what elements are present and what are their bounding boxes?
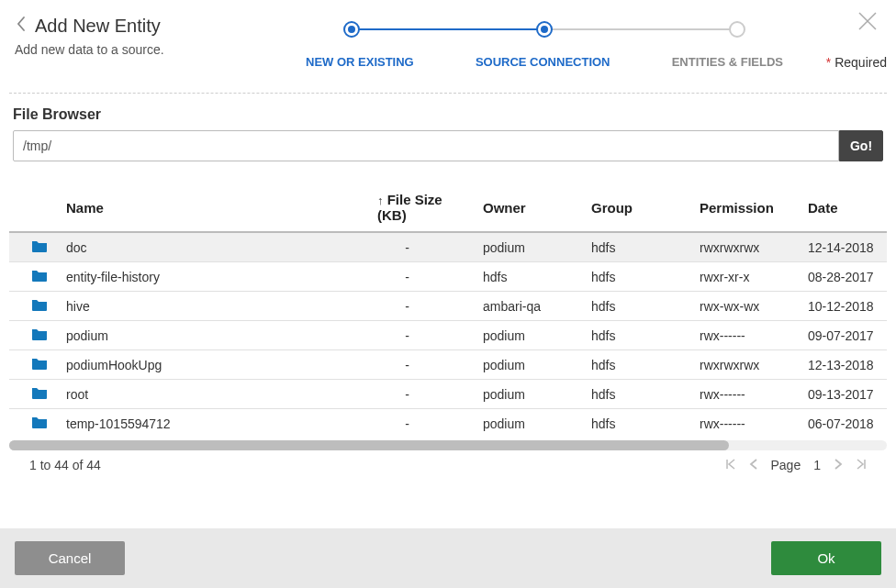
step-label-2[interactable]: SOURCE CONNECTION: [476, 55, 610, 69]
cell-size: -: [368, 292, 474, 321]
pager-page-num: 1: [813, 458, 821, 472]
pager-last-icon[interactable]: [856, 458, 867, 472]
file-table: Name ↑ File Size (KB) Owner Group Permis…: [9, 183, 887, 438]
step-label-1[interactable]: NEW OR EXISTING: [306, 55, 414, 69]
section-title-file-browser: File Browser: [13, 106, 883, 123]
cell-permission: rwx------: [690, 409, 799, 438]
horizontal-scrollbar[interactable]: [9, 440, 887, 450]
cell-permission: rwx------: [690, 380, 799, 409]
cell-owner: podium: [474, 380, 582, 409]
cell-name: temp-1015594712: [57, 409, 368, 438]
col-header-name[interactable]: Name: [57, 183, 368, 232]
path-input[interactable]: [13, 130, 839, 161]
step-label-3: ENTITIES & FIELDS: [672, 55, 783, 69]
cell-size: -: [368, 262, 474, 292]
cell-owner: podium: [474, 232, 582, 262]
cell-date: 08-28-2017: [799, 262, 887, 292]
go-button[interactable]: Go!: [839, 130, 883, 161]
cell-owner: hdfs: [474, 262, 582, 292]
sort-asc-icon: ↑: [377, 194, 384, 207]
cell-name: root: [57, 380, 368, 409]
cell-size: -: [368, 380, 474, 409]
table-row[interactable]: hive-ambari-qahdfsrwx-wx-wx10-12-2018: [9, 292, 887, 321]
folder-icon: [31, 299, 48, 314]
cell-owner: podium: [474, 409, 582, 438]
cell-permission: rwxrwxrwx: [690, 350, 799, 380]
table-row[interactable]: temp-1015594712-podiumhdfsrwx------06-07…: [9, 409, 887, 438]
cell-size: -: [368, 321, 474, 350]
cell-permission: rwx------: [690, 321, 799, 350]
wizard-stepper: NEW OR EXISTING SOURCE CONNECTION ENTITI…: [207, 15, 881, 69]
cell-name: doc: [57, 232, 368, 262]
table-row[interactable]: root-podiumhdfsrwx------09-13-2017: [9, 380, 887, 409]
cell-name: podium: [57, 321, 368, 350]
cell-date: 12-14-2018: [799, 232, 887, 262]
folder-icon: [31, 328, 48, 343]
cell-name: podiumHookUpg: [57, 350, 368, 380]
pager-prev-icon[interactable]: [749, 458, 758, 472]
cell-date: 10-12-2018: [799, 292, 887, 321]
folder-icon: [31, 387, 48, 402]
step-dot-3: [729, 21, 745, 38]
cell-size: -: [368, 409, 474, 438]
cell-group: hdfs: [582, 380, 690, 409]
folder-icon: [31, 416, 48, 431]
cell-size: -: [368, 232, 474, 262]
pager-page-label: Page: [771, 458, 801, 472]
step-dot-1[interactable]: [343, 21, 360, 38]
table-row[interactable]: doc-podiumhdfsrwxrwxrwx12-14-2018: [9, 232, 887, 262]
pager-summary: 1 to 44 of 44: [29, 458, 101, 472]
col-header-group[interactable]: Group: [582, 183, 690, 232]
cell-date: 09-13-2017: [799, 380, 887, 409]
page-title: Add New Entity: [35, 16, 161, 37]
cell-group: hdfs: [582, 262, 690, 292]
folder-icon: [31, 270, 48, 284]
table-row[interactable]: podium-podiumhdfsrwx------09-07-2017: [9, 321, 887, 350]
folder-icon: [31, 358, 48, 372]
cell-date: 06-07-2018: [799, 409, 887, 438]
cell-group: hdfs: [582, 232, 690, 262]
cell-date: 09-07-2017: [799, 321, 887, 350]
required-note: * Required: [826, 55, 887, 70]
cell-group: hdfs: [582, 292, 690, 321]
col-header-permission[interactable]: Permission: [690, 183, 799, 232]
cell-name: entity-file-history: [57, 262, 368, 292]
close-icon[interactable]: [856, 9, 879, 37]
cell-group: hdfs: [582, 409, 690, 438]
table-row[interactable]: podiumHookUpg-podiumhdfsrwxrwxrwx12-13-2…: [9, 350, 887, 380]
step-dot-2[interactable]: [536, 21, 553, 38]
col-header-size[interactable]: ↑ File Size (KB): [368, 183, 474, 232]
cell-size: -: [368, 350, 474, 380]
cell-date: 12-13-2018: [799, 350, 887, 380]
cell-group: hdfs: [582, 350, 690, 380]
cell-permission: rwxrwxrwx: [690, 232, 799, 262]
col-header-date[interactable]: Date: [799, 183, 887, 232]
cell-group: hdfs: [582, 321, 690, 350]
cell-name: hive: [57, 292, 368, 321]
cell-owner: podium: [474, 321, 582, 350]
cell-permission: rwxr-xr-x: [690, 262, 799, 292]
pager-first-icon[interactable]: [725, 458, 736, 472]
ok-button[interactable]: Ok: [771, 541, 881, 575]
table-row[interactable]: entity-file-history-hdfshdfsrwxr-xr-x08-…: [9, 262, 887, 292]
cell-permission: rwx-wx-wx: [690, 292, 799, 321]
cell-owner: podium: [474, 350, 582, 380]
col-header-owner[interactable]: Owner: [474, 183, 582, 232]
cancel-button[interactable]: Cancel: [15, 541, 125, 575]
page-subtitle: Add new data to a source.: [15, 42, 207, 57]
cell-owner: ambari-qa: [474, 292, 582, 321]
back-chevron-icon[interactable]: [15, 15, 28, 37]
folder-icon: [31, 240, 48, 255]
pager-next-icon[interactable]: [834, 458, 843, 472]
